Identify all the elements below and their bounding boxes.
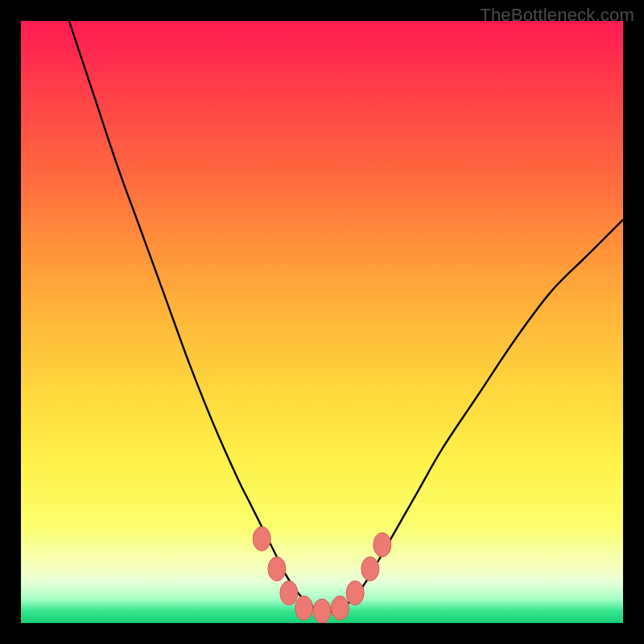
curve-markers (253, 526, 391, 623)
curve-marker (253, 526, 270, 551)
bottleneck-curve-svg (21, 21, 623, 623)
bottleneck-curve (69, 21, 623, 612)
curve-marker (268, 557, 286, 581)
plot-area (21, 21, 623, 623)
curve-marker (331, 596, 349, 620)
curve-marker (346, 581, 364, 605)
curve-marker (374, 533, 391, 557)
curve-marker (295, 596, 313, 620)
watermark-text: TheBottleneck.com (480, 5, 634, 26)
curve-marker (280, 581, 298, 605)
curve-marker (313, 599, 331, 623)
curve-marker (361, 557, 379, 581)
chart-frame: TheBottleneck.com (0, 0, 644, 644)
